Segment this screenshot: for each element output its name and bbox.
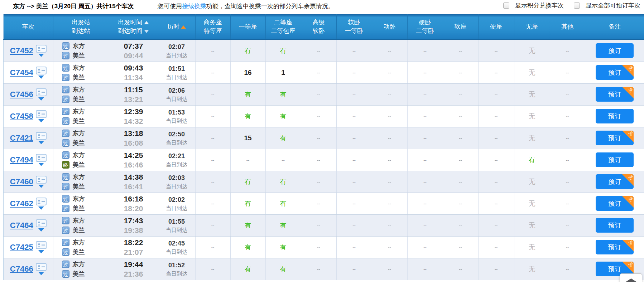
sort-duration-asc-icon[interactable] xyxy=(181,25,186,29)
expand-arrow-icon[interactable] xyxy=(38,76,44,79)
seat-hard-seat: -- xyxy=(495,92,498,97)
seat-advanced-soft-sleeper: -- xyxy=(317,114,320,119)
expand-arrow-icon[interactable] xyxy=(38,206,44,210)
seat-standing: 无 xyxy=(529,243,535,252)
expand-arrow-icon[interactable] xyxy=(38,119,44,122)
to-station-badge: 过 xyxy=(62,205,69,212)
col-header-times[interactable]: 出发时间 到达时间 xyxy=(109,14,158,40)
book-button[interactable]: 预订 兑 xyxy=(596,131,634,145)
checkbox-show-redeem-trains[interactable] xyxy=(503,3,509,9)
train-link[interactable]: C7460 xyxy=(10,177,33,186)
from-station: 东方 xyxy=(73,86,85,94)
seat-hard-seat: -- xyxy=(495,201,498,206)
train-link[interactable]: C7494 xyxy=(10,155,33,165)
expand-arrow-icon[interactable] xyxy=(38,163,44,166)
seat-standing: 无 xyxy=(529,133,535,143)
seat-hard-sleeper: -- xyxy=(423,179,427,185)
book-button[interactable]: 预订 兑 xyxy=(596,65,634,80)
train-link[interactable]: C7452 xyxy=(10,46,33,55)
from-station: 东方 xyxy=(73,260,85,268)
table-row: C7466 过 东方 过 xyxy=(3,258,644,280)
seat-soft-seat: -- xyxy=(459,136,462,141)
expand-arrow-icon[interactable] xyxy=(38,272,44,275)
passenger-card-icon[interactable] xyxy=(36,263,47,271)
train-link[interactable]: C7421 xyxy=(10,133,33,143)
train-link[interactable]: C7454 xyxy=(10,68,33,77)
seat-other: -- xyxy=(566,223,569,228)
passenger-card-icon[interactable] xyxy=(36,88,47,96)
seat-other: -- xyxy=(566,114,569,119)
seat-soft-seat: -- xyxy=(459,157,462,163)
train-link[interactable]: C7456 xyxy=(10,90,33,99)
col-header-hard-seat: 硬座 xyxy=(478,14,514,40)
passenger-card-icon[interactable] xyxy=(36,241,47,249)
book-button[interactable]: 预订 兑 xyxy=(596,43,634,58)
expand-arrow-icon[interactable] xyxy=(38,141,44,144)
book-button[interactable]: 预订 兑 xyxy=(596,152,634,167)
seat-advanced-soft-sleeper: -- xyxy=(317,157,320,163)
book-button-label: 预订 xyxy=(608,90,621,99)
train-link[interactable]: C7462 xyxy=(10,199,33,208)
expand-arrow-icon[interactable] xyxy=(38,54,44,57)
passenger-card-icon[interactable] xyxy=(36,45,47,53)
back-to-top-button[interactable] xyxy=(620,273,642,282)
sort-depart-asc-icon[interactable] xyxy=(144,21,149,24)
book-button[interactable]: 预订 兑 xyxy=(596,174,634,189)
transfer-notice-pre: 您可使用 xyxy=(158,3,182,10)
to-station-badge: 过 xyxy=(62,227,69,234)
arrive-time: 18:20 xyxy=(109,204,158,213)
seat-dong-sleeper: -- xyxy=(388,157,391,163)
seat-other: -- xyxy=(566,267,569,272)
seat-soft-seat: -- xyxy=(459,70,462,76)
seat-first: 有 xyxy=(245,90,251,99)
arrive-day: 当日到达 xyxy=(158,183,195,190)
seat-hard-seat: -- xyxy=(495,223,498,228)
book-button[interactable]: 预订 兑 xyxy=(596,196,634,211)
col-header-duration[interactable]: 历时 xyxy=(158,14,195,40)
book-button[interactable]: 预订 兑 xyxy=(596,109,634,123)
book-button[interactable]: 预订 兑 xyxy=(596,218,634,233)
to-station-badge: 过 xyxy=(62,248,69,256)
col-header-second-seat: 二等座二等包座 xyxy=(265,14,301,40)
checkbox-show-all-label: 显示全部可预订车次 xyxy=(586,1,640,10)
train-link[interactable]: C7464 xyxy=(10,221,33,230)
checkbox-show-all-bookable[interactable] xyxy=(574,3,580,9)
book-button[interactable]: 预订 兑 xyxy=(596,87,634,102)
expand-arrow-icon[interactable] xyxy=(38,185,44,188)
train-link[interactable]: C7458 xyxy=(10,112,33,121)
depart-time: 09:43 xyxy=(109,63,158,73)
seat-business: -- xyxy=(211,267,215,272)
passenger-card-icon[interactable] xyxy=(36,132,47,140)
col-header-hard-sleeper: 硬卧二等卧 xyxy=(407,14,443,40)
arrive-day: 当日到达 xyxy=(158,95,195,103)
seat-standing: 无 xyxy=(529,112,535,121)
to-station: 美兰 xyxy=(73,248,85,256)
seat-hard-seat: -- xyxy=(495,179,498,185)
sort-arrive-desc-icon[interactable] xyxy=(144,30,149,33)
seat-hard-seat: -- xyxy=(495,114,498,119)
transfer-link[interactable]: 接续换乘 xyxy=(182,3,206,10)
depart-time: 11:15 xyxy=(109,85,158,94)
seat-first: 有 xyxy=(245,221,251,230)
seat-soft-seat: -- xyxy=(459,245,462,250)
expand-arrow-icon[interactable] xyxy=(38,97,44,101)
train-link[interactable]: C7425 xyxy=(10,243,33,252)
expand-arrow-icon[interactable] xyxy=(38,250,44,253)
seat-first: 15 xyxy=(244,134,251,142)
seat-hard-sleeper: -- xyxy=(423,245,427,250)
passenger-card-icon[interactable] xyxy=(36,110,47,118)
passenger-card-icon[interactable] xyxy=(36,154,47,162)
passenger-card-icon[interactable] xyxy=(36,219,47,227)
train-link[interactable]: C7466 xyxy=(10,264,33,274)
book-button[interactable]: 预订 兑 xyxy=(596,240,634,254)
arrive-day: 当日到达 xyxy=(158,204,195,212)
passenger-card-icon[interactable] xyxy=(36,67,47,74)
passenger-card-icon[interactable] xyxy=(36,176,47,184)
passenger-card-icon[interactable] xyxy=(36,198,47,205)
seat-hard-seat: -- xyxy=(495,48,498,54)
seat-business: -- xyxy=(211,157,215,163)
from-station: 东方 xyxy=(73,129,85,137)
book-button-label: 预订 xyxy=(608,156,621,164)
expand-arrow-icon[interactable] xyxy=(38,228,44,232)
checkbox-show-redeem-label: 显示积分兑换车次 xyxy=(515,1,564,10)
